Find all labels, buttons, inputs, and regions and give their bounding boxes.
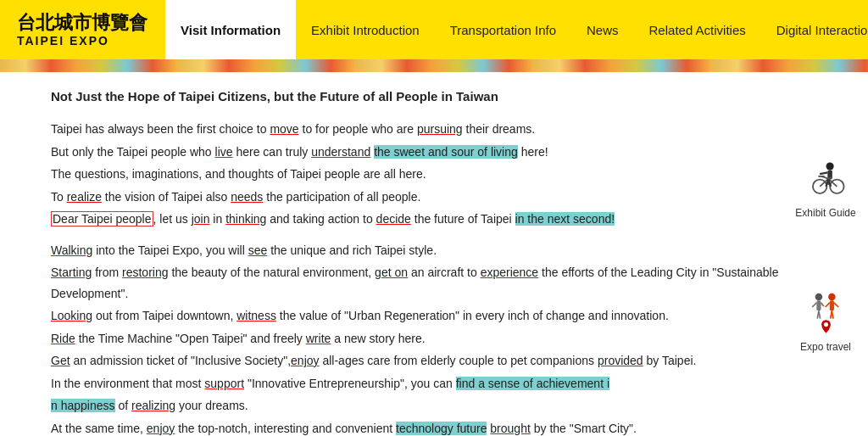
main-content: Not Just the Hope of Taipei Citizens, bu… [0, 72, 868, 436]
expo-travel-icon-group[interactable]: Expo travel [800, 287, 851, 353]
nav-digital-interaction[interactable]: Digital Interaction [761, 0, 868, 59]
svg-point-0 [826, 162, 833, 170]
svg-rect-20 [829, 300, 833, 310]
svg-line-9 [821, 176, 828, 179]
svg-line-22 [833, 303, 837, 307]
nav-transport-info[interactable]: Transportation Info [435, 0, 571, 59]
svg-line-24 [832, 310, 833, 318]
paragraph-2: Walking into the Taipei Expo, you will s… [51, 240, 780, 437]
exhibit-guide-icon-group[interactable]: Exhibit Guide [795, 157, 855, 219]
nav-related-activities[interactable]: Related Activities [634, 0, 761, 59]
page-subtitle: Not Just the Hope of Taipei Citizens, bu… [51, 89, 780, 103]
svg-point-13 [815, 293, 822, 301]
paragraph-1: Taipei has always been the first choice … [51, 119, 780, 230]
expo-travel-icon [803, 287, 849, 338]
svg-point-26 [823, 322, 827, 327]
svg-line-21 [825, 303, 829, 307]
nav-exhibit-intro[interactable]: Exhibit Introduction [296, 0, 435, 59]
logo-area: 台北城市博覽會 TAIPEI EXPO [8, 12, 165, 48]
svg-line-18 [818, 310, 820, 318]
logo-english: TAIPEI EXPO [17, 34, 109, 48]
text-area: Not Just the Hope of Taipei Citizens, bu… [51, 89, 780, 436]
sidebar-right: Exhibit Guide [792, 81, 860, 353]
logo-chinese: 台北城市博覽會 [17, 12, 147, 34]
exhibit-guide-label: Exhibit Guide [795, 207, 855, 219]
svg-line-2 [820, 172, 827, 174]
svg-point-19 [828, 293, 836, 301]
nav-news[interactable]: News [571, 0, 634, 59]
svg-line-15 [812, 303, 816, 307]
expo-travel-label: Expo travel [800, 341, 851, 353]
main-header: 台北城市博覽會 TAIPEI EXPO Visit Information Ex… [0, 0, 868, 59]
svg-line-16 [821, 303, 823, 306]
nav-visit-info[interactable]: Visit Information [165, 0, 296, 59]
svg-rect-14 [816, 300, 821, 310]
main-nav: Visit Information Exhibit Introduction T… [165, 0, 868, 59]
exhibit-guide-icon [803, 157, 849, 204]
hero-banner [0, 59, 868, 72]
